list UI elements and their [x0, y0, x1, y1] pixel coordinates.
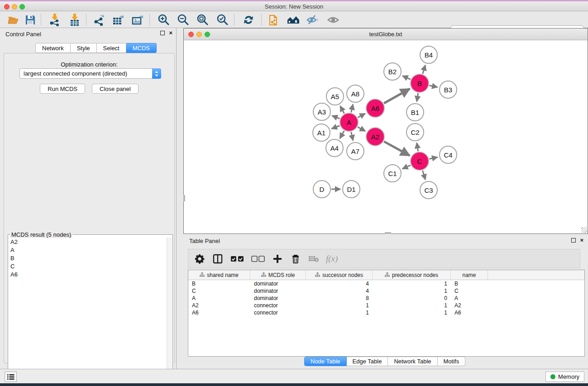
- zoom-fit-icon[interactable]: [194, 11, 211, 28]
- graph-edge-B-B1[interactable]: [417, 93, 418, 102]
- show-all-icon[interactable]: [325, 11, 342, 28]
- tab-network[interactable]: Network: [35, 43, 71, 53]
- column-header[interactable]: MCDS role: [250, 270, 306, 280]
- vertical-scrollbar-notch[interactable]: [183, 195, 185, 201]
- column-view-icon[interactable]: [212, 253, 224, 265]
- tab-style[interactable]: Style: [71, 43, 97, 53]
- graph-node-C2[interactable]: C2: [406, 123, 424, 141]
- mcds-result-item[interactable]: B: [9, 254, 167, 262]
- deselect-all-columns-icon[interactable]: [251, 253, 265, 265]
- graph-node-C1[interactable]: C1: [383, 164, 402, 182]
- column-header[interactable]: name: [451, 270, 488, 280]
- table-row[interactable]: Adominator80A: [188, 295, 584, 302]
- column-header[interactable]: predecessor nodes: [373, 270, 451, 280]
- graph-edge-A-A8[interactable]: [351, 104, 353, 112]
- refresh-layout-icon[interactable]: [240, 11, 257, 28]
- graph-node-A6[interactable]: A6: [366, 99, 385, 118]
- graph-edge-C-C3[interactable]: [423, 171, 425, 180]
- select-all-columns-icon[interactable]: [230, 253, 244, 265]
- graph-edge-A2-C[interactable]: [384, 142, 410, 156]
- mcds-result-item[interactable]: C: [9, 262, 167, 270]
- tab-motifs[interactable]: Motifs: [438, 357, 466, 366]
- column-header[interactable]: successor nodes: [306, 270, 373, 280]
- zoom-out-icon[interactable]: [175, 11, 192, 28]
- export-image-icon[interactable]: [129, 11, 147, 28]
- graph-node-A2[interactable]: A2: [366, 127, 385, 146]
- float-table-panel-icon[interactable]: [571, 238, 576, 243]
- graph-node-B[interactable]: B: [410, 74, 429, 93]
- mcds-result-item[interactable]: A6: [9, 270, 167, 278]
- run-mcds-button[interactable]: Run MCDS: [40, 84, 85, 94]
- float-panel-icon[interactable]: [160, 31, 165, 35]
- criterion-select[interactable]: largest connected component (directed): [19, 68, 161, 79]
- tab-select[interactable]: Select: [97, 43, 126, 53]
- close-panel-icon[interactable]: ×: [169, 31, 172, 35]
- zoom-in-icon[interactable]: [155, 11, 172, 28]
- new-network-from-selection-icon[interactable]: [266, 11, 283, 28]
- memory-button[interactable]: Memory: [545, 372, 584, 382]
- graph-node-B3[interactable]: B3: [439, 81, 457, 99]
- tab-node-table[interactable]: Node Table: [304, 357, 347, 366]
- graph-edge-A-A5[interactable]: [340, 106, 344, 114]
- graph-node-A7[interactable]: A7: [346, 142, 364, 160]
- window-resize-grip[interactable]: [581, 227, 587, 233]
- add-column-icon[interactable]: [272, 253, 283, 265]
- graph-edge-A6-B[interactable]: [384, 89, 410, 103]
- table-row[interactable]: Cdominator41C: [188, 287, 584, 295]
- function-builder-icon[interactable]: f(x): [326, 254, 338, 264]
- tab-mcds[interactable]: MCDS: [126, 43, 157, 53]
- graph-edge-A-A1[interactable]: [331, 126, 339, 129]
- first-neighbors-icon[interactable]: [285, 11, 302, 28]
- graph-edge-C-C2[interactable]: [417, 143, 418, 152]
- graph-edge-A-A6[interactable]: [358, 114, 365, 118]
- graph-edge-A-A2[interactable]: [358, 127, 365, 131]
- graph-edge-A-A7[interactable]: [351, 132, 353, 140]
- graph-node-A5[interactable]: A5: [326, 87, 344, 105]
- network-window-titlebar[interactable]: testGlobe.txt: [184, 29, 588, 40]
- graph-node-B4[interactable]: B4: [420, 46, 438, 64]
- close-table-panel-icon[interactable]: ×: [580, 238, 583, 243]
- mcds-result-item[interactable]: A: [9, 246, 167, 254]
- delete-table-icon[interactable]: [308, 253, 320, 265]
- delete-column-icon[interactable]: [290, 253, 301, 265]
- result-scrollbar[interactable]: [167, 238, 172, 386]
- open-session-icon[interactable]: [5, 11, 22, 28]
- hide-selection-icon[interactable]: [304, 11, 321, 28]
- tab-edge-table[interactable]: Edge Table: [347, 357, 388, 366]
- graph-node-A3[interactable]: A3: [313, 103, 331, 121]
- graph-edge-A-A3[interactable]: [332, 116, 339, 119]
- graph-edge-B-B4[interactable]: [423, 65, 425, 74]
- import-network-icon[interactable]: [46, 11, 63, 28]
- table-row[interactable]: Bdominator41B: [188, 280, 584, 287]
- export-network-icon[interactable]: [91, 11, 108, 28]
- gear-icon[interactable]: [194, 253, 206, 265]
- table-row[interactable]: A6connector11A6: [188, 309, 584, 316]
- tab-network-table[interactable]: Network Table: [388, 357, 437, 366]
- save-session-icon[interactable]: [22, 11, 39, 28]
- graph-node-C4[interactable]: C4: [439, 146, 457, 164]
- table-row[interactable]: A2connector11A2: [188, 302, 584, 309]
- graph-node-D[interactable]: D: [313, 180, 331, 198]
- graph-node-C[interactable]: C: [410, 152, 429, 171]
- graph-edge-C-C1[interactable]: [402, 165, 411, 169]
- graph-node-D1[interactable]: D1: [342, 180, 360, 198]
- column-header[interactable]: shared name: [188, 270, 250, 280]
- graph-node-A4[interactable]: A4: [325, 139, 344, 157]
- graph-node-A[interactable]: A: [339, 113, 359, 132]
- graph-node-C3[interactable]: C3: [420, 181, 438, 199]
- graph-edge-B-B3[interactable]: [429, 86, 437, 87]
- import-table-icon[interactable]: [66, 11, 83, 28]
- graph-node-A8[interactable]: A8: [346, 85, 364, 103]
- graph-edge-B-B2[interactable]: [402, 76, 411, 80]
- close-panel-button[interactable]: Close panel: [92, 84, 139, 94]
- zoom-selected-icon[interactable]: [214, 11, 231, 28]
- graph-edge-C-C4[interactable]: [429, 157, 437, 159]
- network-canvas[interactable]: AA1A2A3A4A5A6A7A8BB1B2B3B4CC1C2C3C4DD1: [184, 40, 588, 234]
- mcds-result-item[interactable]: A2: [9, 238, 167, 246]
- export-table-icon[interactable]: [110, 11, 127, 28]
- graph-edge-A-A4[interactable]: [340, 131, 344, 138]
- hidden-panels-button[interactable]: [5, 372, 17, 382]
- graph-node-A1[interactable]: A1: [312, 124, 330, 142]
- graph-node-B1[interactable]: B1: [406, 103, 424, 121]
- graph-node-B2[interactable]: B2: [383, 62, 402, 81]
